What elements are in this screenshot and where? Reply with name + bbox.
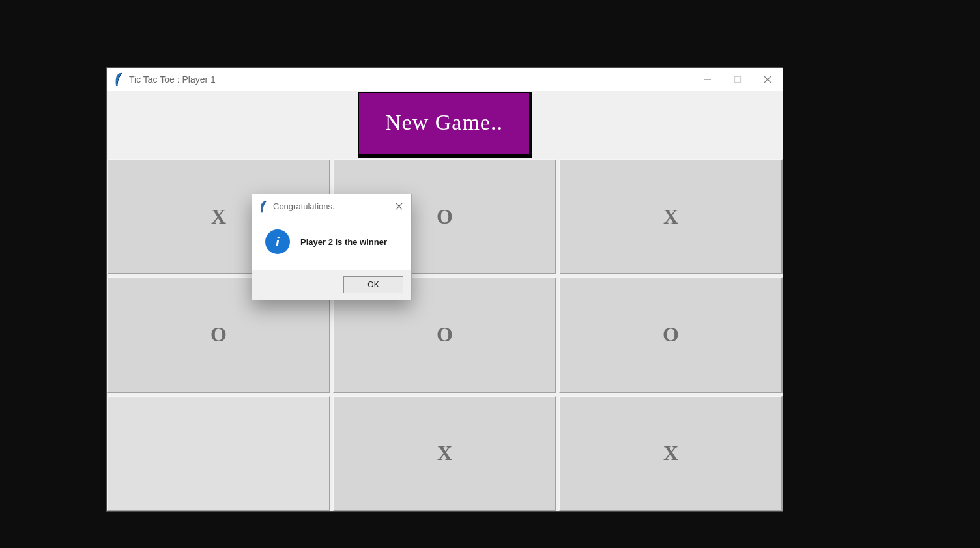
- cell-mark: X: [663, 205, 678, 229]
- cell-mark: O: [437, 205, 453, 229]
- cell-0-2[interactable]: X: [559, 159, 783, 274]
- cell-mark: X: [437, 441, 452, 465]
- new-game-button[interactable]: New Game..: [358, 92, 532, 158]
- cell-mark: O: [210, 323, 227, 347]
- cell-1-2[interactable]: O: [559, 277, 783, 392]
- cell-2-0[interactable]: [107, 396, 330, 511]
- minimize-button[interactable]: [693, 68, 723, 91]
- window-title: Tic Tac Toe : Player 1: [129, 74, 216, 85]
- svg-rect-1: [735, 77, 741, 83]
- dialog-footer: OK: [252, 270, 411, 300]
- dialog-message: Player 2 is the winner: [300, 237, 387, 247]
- ok-button[interactable]: OK: [343, 276, 403, 293]
- cell-mark: X: [211, 205, 226, 229]
- cell-2-1[interactable]: X: [333, 396, 556, 511]
- game-board: X O X O O O X X: [107, 159, 783, 511]
- cell-2-2[interactable]: X: [559, 396, 783, 511]
- toolbar: New Game..: [107, 91, 783, 159]
- cell-mark: X: [663, 441, 678, 465]
- game-window: Tic Tac Toe : Player 1 New Game.. X O X …: [106, 67, 783, 512]
- winner-dialog: Congratulations. i Player 2 is the winne…: [252, 194, 412, 300]
- info-icon: i: [265, 229, 290, 254]
- tk-feather-icon: [113, 72, 124, 87]
- dialog-titlebar: Congratulations.: [252, 194, 411, 218]
- tk-feather-icon: [259, 200, 268, 212]
- cell-mark: O: [437, 323, 453, 347]
- dialog-body: i Player 2 is the winner: [252, 218, 411, 270]
- cell-mark: O: [663, 323, 679, 347]
- dialog-title: Congratulations.: [273, 201, 335, 211]
- maximize-button[interactable]: [723, 68, 753, 91]
- titlebar: Tic Tac Toe : Player 1: [107, 68, 783, 91]
- dialog-close-button[interactable]: [386, 194, 411, 218]
- close-button[interactable]: [753, 68, 783, 91]
